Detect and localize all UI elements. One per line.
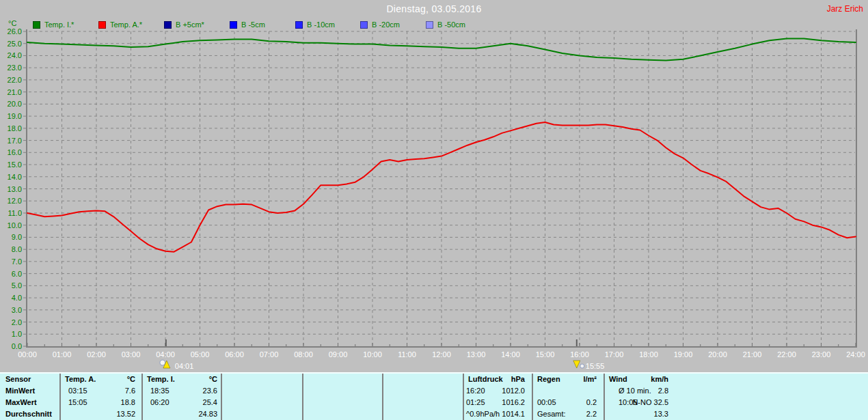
column-separator [221,374,222,420]
cell-value: 25.4 [141,397,217,408]
y-tick-label: 13.0 [8,185,22,193]
weather-app-screen: Dienstag, 03.05.2016 Jarz Erich °C Temp.… [0,0,868,420]
y-tick-label: 26.0 [8,27,22,36]
y-tick-label: 25.0 [8,40,22,48]
column-unit: l/m² [532,374,597,385]
x-tick-label: 09:00 [329,350,348,359]
column-separator [382,374,383,420]
y-tick-label: 16.0 [8,148,22,156]
cell-value: 2.2 [532,408,597,420]
y-tick-label: 15.0 [8,160,22,169]
x-tick-label: 20:00 [708,350,727,359]
x-tick-label: 16:00 [570,350,589,359]
cell-value: 1014.1 [463,408,525,420]
cell-value: 23.6 [141,385,217,397]
sun-up-icon [160,360,165,365]
y-tick-label: 9.0 [12,233,22,241]
arrow-down-icon [573,361,580,368]
table-row-label: Durchschnitt [5,408,52,420]
y-tick-label: 19.0 [8,112,22,120]
x-tick-label: 05:00 [191,350,210,359]
y-tick-label: 11.0 [8,209,22,217]
x-tick-label: 19:00 [674,350,693,359]
cell-value: 7.6 [59,385,135,397]
y-tick-label: 4.0 [12,294,22,302]
column-unit: hPa [463,374,525,385]
x-tick-label: 04:00 [156,350,175,359]
x-tick-label: 21:00 [743,350,762,359]
marker-time-label: 15:55 [586,362,605,370]
cell-value: 13.3 [603,408,668,420]
x-tick-label: 15:00 [536,350,555,359]
x-tick-label: 17:00 [605,350,624,359]
column-separator [302,374,303,420]
cell-value: 13.52 [59,408,135,420]
y-tick-label: 2.0 [12,318,22,326]
x-tick-label: 12:00 [432,350,451,359]
y-tick-label: 12.0 [8,197,22,205]
y-tick-label: 3.0 [12,306,22,314]
y-tick-label: 10.0 [8,221,22,229]
x-tick-label: 14:00 [501,350,520,359]
marker-time-label: 04:01 [175,362,194,370]
y-tick-label: 18.0 [8,124,22,132]
cell-value: 1012.0 [463,385,525,397]
x-tick-label: 01:00 [53,350,72,359]
x-tick-label: 06:00 [225,350,244,359]
table-corner-label: Sensor [5,374,31,385]
y-tick-label: 23.0 [8,64,22,72]
y-tick-label: 1.0 [12,330,22,338]
cell-value: 0.2 [532,397,597,408]
y-tick-label: 5.0 [12,281,22,290]
table-row-label: MinWert [5,385,35,397]
stats-table: SensorMinWertMaxWertDurchschnittTemp. A.… [0,372,868,420]
column-unit: °C [59,374,135,385]
x-tick-label: 22:00 [777,350,796,359]
x-tick-label: 03:00 [122,350,141,359]
x-tick-label: 18:00 [639,350,658,359]
y-tick-label: 21.0 [8,88,22,96]
y-tick-label: 0.0 [12,342,22,350]
cell-value: 2.8 [603,385,668,397]
y-tick-label: 6.0 [12,270,22,278]
cell-value: 18.8 [59,397,135,408]
y-tick-label: 7.0 [12,257,22,266]
x-tick-label: 00:00 [18,350,37,359]
y-tick-label: 24.0 [8,51,22,59]
x-tick-label: 02:00 [87,350,106,359]
sun-down-icon [580,364,584,368]
column-unit: °C [141,374,217,385]
y-tick-label: 20.0 [8,100,22,108]
table-row-label: MaxWert [5,397,37,408]
cell-value: 1016.2 [463,397,525,408]
y-tick-label: 14.0 [8,173,22,181]
x-tick-label: 10:00 [363,350,382,359]
y-tick-label: 22.0 [8,76,22,84]
x-tick-label: 08:00 [294,350,313,359]
column-unit: km/h [603,374,668,385]
cell-value: 24.83 [141,408,217,420]
x-tick-label: 24:00 [846,350,865,359]
chart-svg: 26.025.024.023.022.021.020.019.018.017.0… [0,0,868,372]
cell-value: N-NO 32.5 [603,397,668,408]
y-tick-label: 8.0 [12,245,22,253]
y-tick-label: 17.0 [8,137,22,145]
x-tick-label: 13:00 [467,350,486,359]
x-tick-label: 11:00 [398,350,416,359]
x-tick-label: 07:00 [260,350,279,359]
x-tick-label: 23:00 [812,350,831,359]
